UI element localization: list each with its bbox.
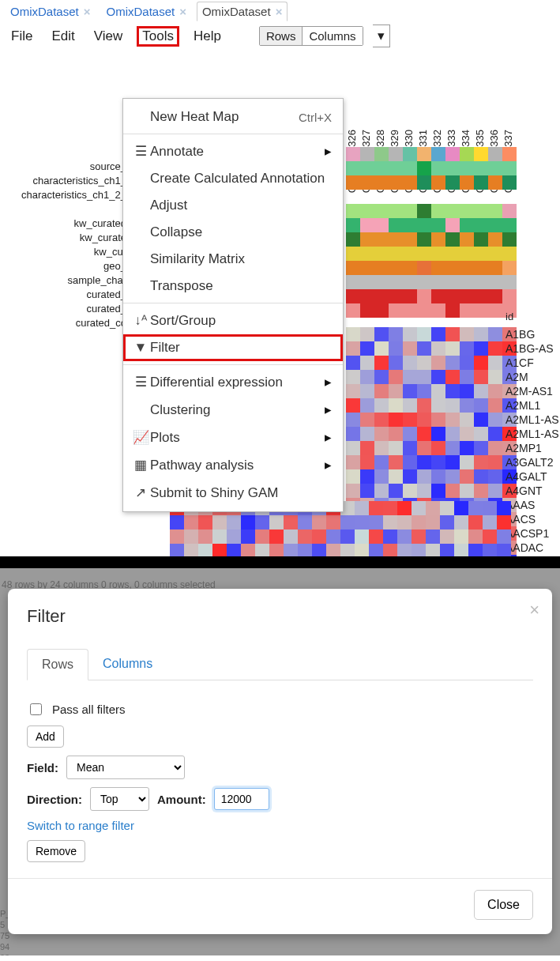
menu-calc-annotation[interactable]: Create Calculated Annotation — [123, 165, 343, 192]
chevron-right-icon: ▸ — [325, 374, 332, 390]
direction-select[interactable]: Top — [90, 787, 149, 811]
close-icon[interactable]: × — [179, 5, 186, 18]
sort-icon: ↓ᴬ — [131, 312, 150, 329]
menu-file[interactable]: File — [6, 27, 37, 46]
tab-columns[interactable]: Columns — [88, 649, 167, 680]
chart-icon: 📈 — [131, 429, 150, 446]
rows-toggle[interactable]: Rows — [260, 27, 303, 45]
columns-toggle[interactable]: Columns — [303, 27, 362, 45]
remove-button[interactable]: Remove — [27, 840, 85, 862]
amount-input[interactable] — [214, 788, 269, 810]
tab-omix-1[interactable]: OmixDataset× — [100, 2, 191, 21]
menu-view[interactable]: View — [89, 27, 128, 46]
menu-collapse[interactable]: Collapse — [123, 219, 343, 246]
field-select[interactable]: Mean — [66, 756, 185, 779]
menu-pathway[interactable]: ▦Pathway analysis▸ — [123, 451, 343, 479]
amount-label: Amount: — [157, 793, 206, 806]
dialog-tabs: Rows Columns — [27, 649, 533, 680]
menubar: File Edit View Tools Help Rows Columns ▾ — [0, 21, 560, 51]
add-button[interactable]: Add — [27, 725, 64, 748]
table-icon: ▦ — [131, 457, 150, 473]
menu-similarity[interactable]: Similarity Matrix — [123, 246, 343, 273]
menu-edit[interactable]: Edit — [47, 27, 79, 46]
tab-rows[interactable]: Rows — [27, 649, 88, 680]
filter-icon: ▼ — [131, 340, 150, 356]
chevron-right-icon: ▸ — [325, 457, 332, 473]
rows-columns-toggle: Rows Columns — [259, 26, 363, 46]
id-column-label: id — [506, 311, 513, 322]
menu-sort-group[interactable]: ↓ᴬSort/Group — [123, 307, 343, 334]
document-tabs: OmixDataset× OmixDataset× OmixDataset× — [0, 0, 560, 21]
menu-new-heatmap[interactable]: New Heat MapCtrl+X — [123, 104, 343, 130]
chevron-right-icon: ▸ — [325, 429, 332, 446]
field-label: Field: — [27, 761, 58, 774]
pass-all-label: Pass all filters — [52, 703, 126, 716]
menu-tools[interactable]: Tools — [137, 26, 179, 47]
switch-range-link[interactable]: Switch to range filter — [27, 819, 134, 832]
menu-adjust[interactable]: Adjust — [123, 192, 343, 219]
separator-bar — [0, 556, 560, 568]
dialog-title: Filter — [27, 606, 533, 627]
tools-menu: New Heat MapCtrl+X ☰Annotate▸ Create Cal… — [122, 98, 344, 512]
menu-annotate[interactable]: ☰Annotate▸ — [123, 138, 343, 165]
annotation-heatmap — [346, 147, 517, 318]
tab-omix-2[interactable]: OmixDataset× — [197, 2, 288, 21]
direction-label: Direction: — [27, 793, 82, 806]
dropdown-caret[interactable]: ▾ — [373, 24, 390, 47]
modal-overlay: 48 rows by 24 columns 0 rows, 0 columns … — [0, 568, 560, 955]
list-icon: ☰ — [131, 143, 150, 160]
heatmap-area: GSM5823326 GSM5823327 GSM5823328 GSM5823… — [0, 51, 560, 556]
menu-clustering[interactable]: Clustering▸ — [123, 396, 343, 424]
menu-plots[interactable]: 📈Plots▸ — [123, 424, 343, 451]
gene-labels: A1BG A1BG-AS A1CF A2M A2M-AS1 A2ML1 A2ML… — [506, 327, 559, 556]
filter-dialog: Filter × Rows Columns Pass all filters A… — [8, 589, 552, 934]
menu-diffex[interactable]: ☰Differential expression▸ — [123, 368, 343, 396]
dialog-close-button[interactable]: × — [529, 600, 539, 620]
menu-transpose[interactable]: Transpose — [123, 273, 343, 300]
filter-form: Pass all filters Add Field: Mean Directi… — [27, 680, 533, 862]
tab-omix-0[interactable]: OmixDataset× — [5, 2, 96, 21]
pass-all-checkbox[interactable] — [30, 703, 42, 715]
close-icon[interactable]: × — [276, 5, 283, 18]
share-icon: ↗ — [131, 484, 150, 501]
close-icon[interactable]: × — [84, 5, 91, 18]
menu-help[interactable]: Help — [189, 27, 226, 46]
close-button[interactable]: Close — [474, 890, 533, 920]
row-annotation-labels: source_ characteristics_ch1_ characteris… — [0, 160, 126, 330]
menu-shiny-gam[interactable]: ↗Submit to Shiny GAM — [123, 479, 343, 507]
chevron-right-icon: ▸ — [325, 401, 332, 418]
menu-filter[interactable]: ▼Filter — [123, 334, 343, 361]
list-icon: ☰ — [131, 374, 150, 390]
chevron-right-icon: ▸ — [325, 143, 332, 160]
